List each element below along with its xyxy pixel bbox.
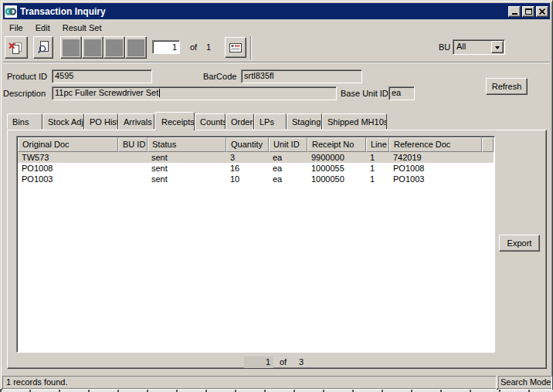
detail-view-button[interactable] <box>225 37 246 58</box>
table-cell: 1 <box>366 152 389 163</box>
table-cell: sent <box>148 163 226 174</box>
nav-first-button[interactable] <box>60 36 82 59</box>
table-cell: 10 <box>226 174 269 184</box>
menu-file[interactable]: File <box>3 22 29 34</box>
minimize-button[interactable] <box>508 6 521 17</box>
tab-label: Staging <box>292 117 321 127</box>
menu-edit[interactable]: Edit <box>29 22 56 34</box>
table-cell: 16 <box>226 163 269 174</box>
app-logo-icon <box>5 5 17 18</box>
bu-dropdown-arrow-button[interactable] <box>491 41 504 53</box>
tab-label: Bins <box>12 117 29 127</box>
refresh-button[interactable]: Refresh <box>486 78 528 95</box>
tab-counts[interactable]: Counts <box>195 113 226 129</box>
description-field[interactable]: 11pc Fuller Screwdriver Set <box>52 86 337 100</box>
tab-orders[interactable]: Orders <box>226 113 254 129</box>
barcode-value: srtl835fl <box>244 71 274 80</box>
product-id-field[interactable]: 4595 <box>52 69 152 83</box>
table-cell: ea <box>269 152 307 163</box>
clear-pages-icon <box>8 40 24 56</box>
close-button[interactable] <box>536 6 548 17</box>
table-cell: PO1008 <box>389 163 482 174</box>
nav-last-button[interactable] <box>125 36 147 59</box>
table-cell <box>118 163 148 174</box>
minimize-icon <box>512 13 517 15</box>
bu-label: BU <box>439 42 450 52</box>
column-header-reference-doc[interactable]: Reference Doc <box>389 137 482 152</box>
text-cursor <box>159 89 160 97</box>
product-id-value: 4595 <box>55 71 73 80</box>
blank-icon <box>127 39 144 56</box>
toolbar: of 1 BU All <box>3 35 550 62</box>
table-row[interactable]: TW573sent3ea99000001742019 <box>18 152 494 163</box>
maximize-icon <box>525 8 532 15</box>
search-button[interactable] <box>33 36 53 59</box>
tab-receipts[interactable]: Receipts <box>154 112 195 130</box>
record-number-input[interactable] <box>152 40 180 54</box>
tab-po-hist[interactable]: PO Hist <box>84 113 118 129</box>
base-unit-id-field[interactable]: ea <box>388 86 415 100</box>
table-row[interactable]: PO1003sent10ea10000501PO1003 <box>18 174 494 184</box>
transaction-inquiry-window: Transaction Inquiry File Edit Result Set <box>0 0 553 390</box>
table-cell: 1000050 <box>307 174 366 184</box>
table-cell: PO1003 <box>18 174 118 184</box>
table-cell: PO1008 <box>18 163 118 174</box>
tab-bins[interactable]: Bins <box>7 113 42 129</box>
column-header-line[interactable]: Line <box>366 137 389 152</box>
table-cell: 3 <box>226 152 269 163</box>
bu-dropdown[interactable]: All <box>453 39 505 55</box>
column-header-unit-id[interactable]: Unit ID <box>269 137 307 152</box>
column-header-receipt-no[interactable]: Receipt No <box>307 137 366 152</box>
status-mode: Search Mode <box>498 376 552 390</box>
toolbar-separator <box>250 36 252 59</box>
column-header-bu-id[interactable]: BU ID <box>118 137 148 152</box>
table-cell: 1 <box>366 163 389 174</box>
table-cell: ea <box>269 163 307 174</box>
detail-form-icon <box>229 41 243 55</box>
column-header-quantity[interactable]: Quantity <box>226 137 269 152</box>
barcode-field[interactable]: srtl835fl <box>241 69 362 83</box>
column-header-status[interactable]: Status <box>148 137 226 152</box>
table-row[interactable]: PO1008sent16ea10000551PO1008 <box>18 163 494 174</box>
tab-label: Receipts <box>161 117 195 127</box>
tab-staging[interactable]: Staging <box>287 113 322 129</box>
chevron-down-icon <box>495 46 500 52</box>
export-button[interactable]: Export <box>499 235 540 252</box>
nav-next-button[interactable] <box>103 36 125 59</box>
page-of-label: of <box>280 357 287 367</box>
tab-label: Shipped MH10s <box>327 117 387 127</box>
maximize-button[interactable] <box>522 6 534 17</box>
table-cell: 742019 <box>389 152 482 163</box>
refresh-button-label: Refresh <box>492 82 522 91</box>
product-id-label: Product ID <box>7 72 47 81</box>
title-bar[interactable]: Transaction Inquiry <box>3 3 550 19</box>
tab-label: Orders <box>231 117 254 127</box>
export-button-label: Export <box>507 238 532 248</box>
blank-icon <box>63 39 80 56</box>
clear-results-button[interactable] <box>5 36 28 59</box>
tab-label: Stock Adj <box>48 117 83 127</box>
record-total-label: 1 <box>206 42 211 52</box>
close-icon <box>539 8 545 15</box>
tab-shipped-mh10s[interactable]: Shipped MH10s <box>322 113 387 129</box>
menu-result-set[interactable]: Result Set <box>56 22 108 34</box>
description-label: Description <box>3 89 46 98</box>
tab-strip: BinsStock AdjPO HistArrivalsReceiptsCoun… <box>7 112 387 130</box>
table-body: TW573sent3ea99000001742019PO1008sent16ea… <box>18 152 494 184</box>
table-cell: 1 <box>366 174 389 184</box>
table-cell: TW573 <box>18 152 118 163</box>
base-unit-id-label: Base Unit ID <box>341 89 388 98</box>
table-cell <box>118 174 148 184</box>
blank-icon <box>84 39 101 56</box>
tab-label: LPs <box>260 117 274 127</box>
bu-dropdown-value: All <box>456 42 466 51</box>
column-header-original-doc[interactable]: Original Doc <box>18 137 118 152</box>
screen: Transaction Inquiry File Edit Result Set <box>0 0 553 392</box>
tab-arrivals[interactable]: Arrivals <box>118 113 154 129</box>
table-cell: 9900000 <box>307 152 366 163</box>
nav-prev-button[interactable] <box>82 36 103 59</box>
column-header-filler <box>482 137 494 152</box>
status-message: 1 records found. <box>2 376 497 390</box>
tab-stock-adj[interactable]: Stock Adj <box>42 113 84 129</box>
tab-lps[interactable]: LPs <box>254 113 287 129</box>
